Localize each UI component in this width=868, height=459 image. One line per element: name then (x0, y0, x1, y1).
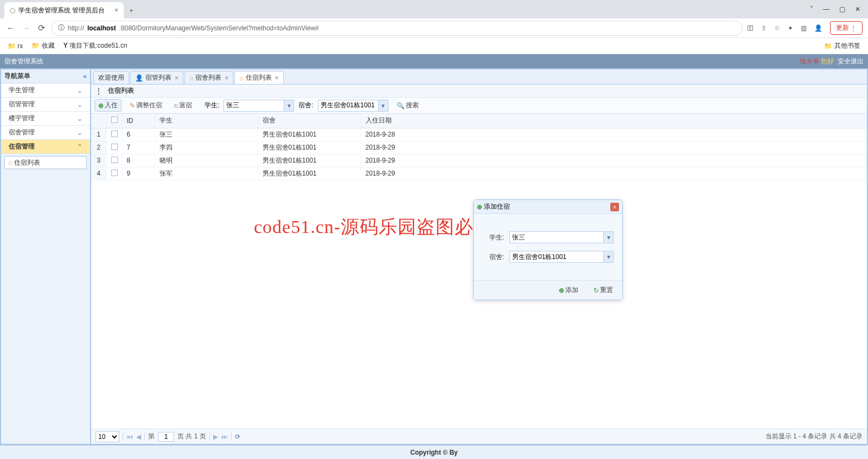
cell-dorm: 男生宿舍01栋1001 (258, 128, 361, 141)
dlg-dorm-combo[interactable]: 男生宿舍01栋1001▾ (509, 251, 614, 263)
cell-date: 2018-9-29 (361, 141, 867, 154)
minimize-icon[interactable]: — (823, 5, 829, 13)
pager-info: 当前显示 1 - 4 条记录 共 4 条记录 (765, 432, 863, 441)
extensions-icon[interactable]: ✦ (788, 24, 793, 32)
tab-welcome[interactable]: 欢迎使用 (93, 71, 129, 84)
chevron-down-icon: ▾ (284, 100, 293, 111)
col-date[interactable]: 入住日期 (361, 114, 867, 128)
last-page-icon[interactable]: ⏭ (221, 433, 228, 441)
browser-tabbar: ◌ 学生宿舍管理系统 管理员后台 × + ˅ — ▢ ✕ (0, 0, 868, 18)
cell-dorm: 男生宿舍01栋1001 (258, 154, 361, 167)
panel-header: ⋮ 住宿列表 (91, 85, 867, 98)
bookmark-item[interactable]: Y 项目下载:code51.cn (63, 41, 127, 50)
cell-student: 张军 (155, 167, 258, 180)
checkout-button[interactable]: ⎋退宿 (170, 99, 196, 112)
cell-id: 7 (122, 141, 155, 154)
search-button[interactable]: 🔍搜索 (393, 99, 423, 112)
dlg-dorm-label: 宿舍: (482, 253, 504, 262)
cell-student: 张三 (155, 128, 258, 141)
chevron-up-icon: ⌃ (77, 143, 82, 151)
prev-page-icon[interactable]: ◀ (136, 433, 141, 441)
chevron-down-icon: ⌄ (77, 115, 82, 122)
forward-icon[interactable]: → (21, 23, 31, 33)
new-tab-button[interactable]: + (124, 3, 139, 18)
menu-student[interactable]: 学生管理⌄ (1, 83, 90, 98)
plus-icon: ⊕ (477, 203, 482, 211)
browser-tab[interactable]: ◌ 学生宿舍管理系统 管理员后台 × (4, 2, 124, 18)
dialog-reset-button[interactable]: ↻重置 (590, 284, 617, 296)
row-checkbox[interactable] (106, 167, 122, 180)
next-page-icon[interactable]: ▶ (213, 433, 218, 441)
row-number: 4 (91, 167, 106, 180)
close-icon[interactable]: × (225, 74, 228, 82)
maximize-icon[interactable]: ▢ (839, 5, 845, 13)
close-icon[interactable]: × (114, 7, 118, 14)
chevron-down-icon[interactable]: ˅ (810, 5, 813, 13)
dorm-combo[interactable]: 男生宿舍01栋1001▾ (318, 100, 388, 112)
tab-live[interactable]: ⌂住宿列表× (234, 71, 283, 84)
dlg-student-combo[interactable]: 张三▾ (509, 231, 614, 243)
row-checkbox[interactable] (106, 128, 122, 141)
first-page-icon[interactable]: ⏮ (126, 433, 133, 441)
col-checkbox[interactable] (106, 114, 122, 128)
profile-icon[interactable]: 👤 (814, 24, 822, 32)
reload-icon[interactable]: ⟳ (36, 23, 47, 33)
dialog-add-button[interactable]: ⊕添加 (555, 284, 582, 296)
bookmark-bar: 📁 rx 📁 收藏 Y 项目下载:code51.cn 📁 其他书签 (0, 38, 868, 54)
checkin-button[interactable]: ⊕入住 (94, 99, 122, 112)
menu-live[interactable]: 住宿管理⌃ (1, 140, 90, 154)
dialog-header[interactable]: ⊕ 添加住宿 × (474, 200, 622, 214)
chevron-down-icon: ▾ (603, 251, 613, 262)
tab-managers[interactable]: 👤宿管列表× (130, 71, 183, 84)
table-row[interactable]: 49张军男生宿舍01栋10012018-9-29 (91, 167, 867, 180)
back-icon[interactable]: ← (5, 23, 16, 33)
table-row[interactable]: 27李四男生宿舍01栋10012018-9-29 (91, 141, 867, 154)
menu-dorm[interactable]: 宿舍管理⌄ (1, 126, 90, 140)
share-icon[interactable]: ⇪ (761, 24, 767, 32)
sidebar-title: 导航菜单 « (1, 69, 90, 83)
cell-id: 8 (122, 154, 155, 167)
window-close-icon[interactable]: ✕ (855, 5, 860, 13)
student-combo[interactable]: 张三▾ (224, 100, 294, 112)
url-input[interactable]: ⓘ http://localhost:8080/DormitoryManager… (51, 21, 743, 36)
menu-building[interactable]: 楼宇管理⌄ (1, 112, 90, 126)
refresh-icon[interactable]: ⟳ (235, 433, 240, 441)
content-area: 欢迎使用 👤宿管列表× ⌂宿舍列表× ⌂住宿列表× ⋮ 住宿列表 ⊕入住 ✎调整… (91, 69, 867, 444)
page-size-select[interactable]: 10 (95, 431, 119, 442)
search-icon: 🔍 (397, 102, 405, 109)
table-row[interactable]: 16张三男生宿舍01栋10012018-9-28 (91, 128, 867, 141)
page-input[interactable] (158, 432, 174, 442)
collapse-icon[interactable]: « (83, 73, 87, 80)
pager: 10 ⏮ ◀ 第 页 共 1 页 ▶ ⏭ ⟳ 当前显示 1 - 4 条记录 共 … (91, 429, 867, 444)
logout-link[interactable]: 安全退出 (838, 57, 864, 65)
submenu-live-list[interactable]: ⌂住宿列表 (4, 156, 87, 169)
row-checkbox[interactable] (106, 141, 122, 154)
update-button[interactable]: 更新⋮ (830, 21, 863, 35)
home-icon: ⌂ (8, 159, 12, 166)
key-icon[interactable]: ⚿ (747, 24, 754, 32)
star-icon[interactable]: ☆ (774, 24, 780, 32)
col-id[interactable]: ID (122, 114, 155, 128)
dlg-student-label: 学生: (482, 233, 504, 242)
row-checkbox[interactable] (106, 154, 122, 167)
other-bookmarks[interactable]: 📁 其他书签 (824, 41, 860, 50)
add-dialog: ⊕ 添加住宿 × 学生: 张三▾ 宿舍: 男生宿舍01栋1001▾ ⊕添加 ↻重… (473, 199, 623, 300)
data-table: ID 学生 宿舍 入住日期 16张三男生宿舍01栋10012018-9-2827… (91, 114, 867, 180)
close-icon[interactable]: × (175, 74, 178, 82)
col-student[interactable]: 学生 (155, 114, 258, 128)
table-row[interactable]: 38晓明男生宿舍01栋10012018-9-29 (91, 154, 867, 167)
dialog-close-icon[interactable]: × (610, 203, 619, 211)
cell-date: 2018-9-29 (361, 154, 867, 167)
exit-icon: ⎋ (174, 102, 178, 109)
close-icon[interactable]: × (275, 74, 279, 82)
bookmark-item[interactable]: 📁 收藏 (31, 41, 54, 50)
tab-dorms[interactable]: ⌂宿舍列表× (184, 71, 233, 84)
chevron-down-icon: ⌄ (77, 101, 82, 108)
cell-student: 李四 (155, 141, 258, 154)
row-number: 3 (91, 154, 106, 167)
panel-icon[interactable]: ▥ (801, 24, 807, 32)
bookmark-item[interactable]: 📁 rx (8, 42, 23, 50)
col-dorm[interactable]: 宿舍 (258, 114, 361, 128)
menu-manager[interactable]: 宿管管理⌄ (1, 98, 90, 112)
adjust-button[interactable]: ✎调整住宿 (126, 99, 166, 112)
